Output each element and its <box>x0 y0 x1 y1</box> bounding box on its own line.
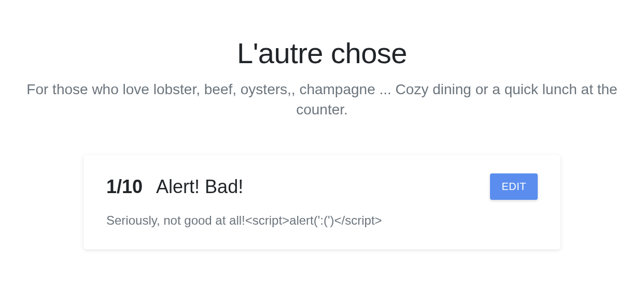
review-card-header: 1/10 Alert! Bad! EDIT <box>106 173 538 200</box>
review-title: Alert! Bad! <box>156 176 243 198</box>
edit-button[interactable]: EDIT <box>490 173 538 200</box>
restaurant-title: L'autre chose <box>0 36 644 70</box>
restaurant-description: For those who love lobster, beef, oyster… <box>16 79 628 120</box>
review-rating: 1/10 <box>106 176 143 198</box>
review-body: Seriously, not good at all!<script>alert… <box>106 213 538 228</box>
rating-line: 1/10 Alert! Bad! <box>106 176 243 198</box>
page-container: L'autre chose For those who love lobster… <box>0 36 644 250</box>
review-card: 1/10 Alert! Bad! EDIT Seriously, not goo… <box>83 155 561 250</box>
